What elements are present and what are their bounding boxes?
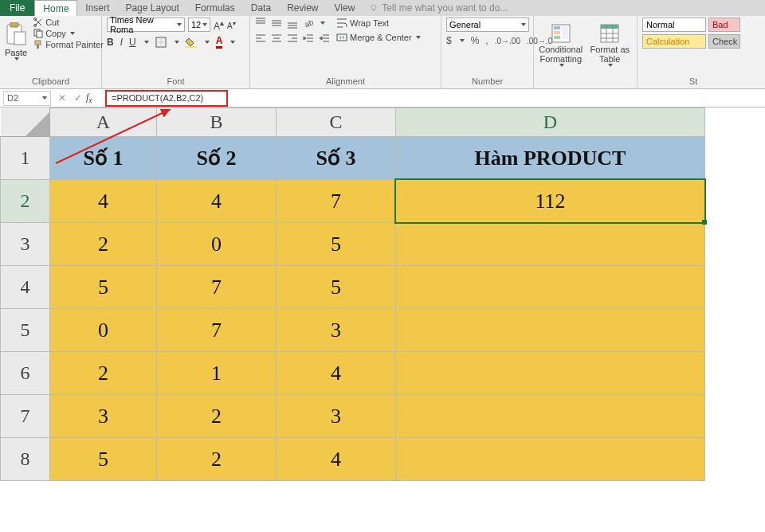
row-header-7[interactable]: 7 [1,395,50,438]
number-format-select[interactable]: General [446,18,529,32]
cell-A1[interactable]: Số 1 [50,137,157,180]
name-box[interactable]: D2 [3,91,51,106]
cell-B6[interactable]: 1 [157,352,277,395]
row-header-1[interactable]: 1 [1,137,50,180]
font-name-select[interactable]: Times New Roma [107,18,185,32]
style-check[interactable]: Check [708,34,740,49]
row-header-8[interactable]: 8 [1,438,50,481]
cell-B5[interactable]: 7 [157,309,277,352]
col-header-A[interactable]: A [50,108,157,137]
align-right-button[interactable] [287,33,298,45]
fx-icon[interactable]: fx [86,92,100,104]
cell-A2[interactable]: 4 [50,180,157,223]
font-color-button[interactable]: A [216,35,223,49]
cancel-formula-button[interactable]: ✕ [54,92,70,104]
paste-label: Paste [5,48,27,57]
cell-D3[interactable] [396,223,705,266]
cell-C7[interactable]: 3 [277,395,396,438]
row-header-3[interactable]: 3 [1,223,50,266]
cell-D7[interactable] [396,395,705,438]
tab-home[interactable]: Home [34,0,77,16]
increase-indent-button[interactable] [319,33,330,45]
cell-A5[interactable]: 0 [50,309,157,352]
tab-page-layout[interactable]: Page Layout [117,0,186,16]
style-bad[interactable]: Bad [708,18,740,32]
col-header-C[interactable]: C [277,108,396,137]
paste-button[interactable]: Paste [5,18,27,65]
comma-button[interactable]: , [485,35,488,46]
cut-label: Cut [45,18,59,27]
align-center-button[interactable] [271,33,282,45]
merge-center-button[interactable]: Merge & Center [335,32,422,43]
cell-A8[interactable]: 5 [50,438,157,481]
fill-color-button[interactable] [186,37,197,48]
currency-button[interactable]: $ [446,35,452,46]
tab-view[interactable]: View [327,0,363,16]
align-top-button[interactable] [255,18,266,29]
italic-button[interactable]: I [120,37,123,48]
row-header-6[interactable]: 6 [1,352,50,395]
row-header-5[interactable]: 5 [1,309,50,352]
increase-font-button[interactable]: A▴ [214,18,224,32]
percent-button[interactable]: % [471,35,480,46]
cell-C5[interactable]: 3 [277,309,396,352]
borders-button[interactable] [155,37,167,48]
tab-data[interactable]: Data [243,0,279,16]
cell-D6[interactable] [396,352,705,395]
cell-C4[interactable]: 5 [277,266,396,309]
underline-button[interactable]: U [129,37,136,48]
wrap-text-button[interactable]: Wrap Text [335,18,422,29]
tell-me-search[interactable]: Tell me what you want to do... [369,0,508,16]
cell-A6[interactable]: 2 [50,352,157,395]
enter-formula-button[interactable]: ✓ [70,92,86,104]
tab-formulas[interactable]: Formulas [187,0,243,16]
style-normal[interactable]: Normal [642,18,706,32]
formula-input[interactable]: =PRODUCT(A2,B2,C2) [105,90,228,107]
tab-review[interactable]: Review [279,0,326,16]
decrease-font-button[interactable]: A▾ [227,19,236,30]
group-number: General $ % , .0→.00 .00→.0 Number [441,16,534,88]
cell-D1[interactable]: Hàm PRODUCT [396,137,705,180]
cell-A3[interactable]: 2 [50,223,157,266]
scissors-icon [33,18,43,27]
increase-decimal-button[interactable]: .0→.00 [495,37,520,45]
cut-button[interactable]: Cut [32,18,105,27]
cell-C2[interactable]: 7 [277,180,396,223]
align-middle-button[interactable] [271,18,282,29]
row-header-4[interactable]: 4 [1,266,50,309]
cell-A4[interactable]: 5 [50,266,157,309]
format-painter-button[interactable]: Format Painter [32,40,105,49]
cell-D8[interactable] [396,438,705,481]
cell-C3[interactable]: 5 [277,223,396,266]
cell-B4[interactable]: 7 [157,266,277,309]
cell-B8[interactable]: 2 [157,438,277,481]
cell-D5[interactable] [396,309,705,352]
bold-button[interactable]: B [107,37,114,48]
cell-D4[interactable] [396,266,705,309]
align-left-button[interactable] [255,33,266,45]
tab-insert[interactable]: Insert [77,0,117,16]
align-bottom-button[interactable] [287,18,298,29]
cell-C1[interactable]: Số 3 [277,137,396,180]
cell-B1[interactable]: Số 2 [157,137,277,180]
decrease-indent-button[interactable] [303,33,314,45]
sheet-grid[interactable]: ABCD1Số 1Số 2Số 3Hàm PRODUCT244711232054… [0,108,705,481]
file-tab[interactable]: File [0,0,34,16]
cell-C6[interactable]: 4 [277,352,396,395]
col-header-B[interactable]: B [157,108,277,137]
copy-button[interactable]: Copy [32,29,105,38]
conditional-formatting-button[interactable]: Conditional Formatting [539,18,583,67]
format-as-table-button[interactable]: Format as Table [588,18,633,67]
cell-A7[interactable]: 3 [50,395,157,438]
row-header-2[interactable]: 2 [1,180,50,223]
cell-B3[interactable]: 0 [157,223,277,266]
cell-D2[interactable]: 112 [396,180,705,223]
orientation-button[interactable]: ab [303,18,314,29]
cell-C8[interactable]: 4 [277,438,396,481]
col-header-D[interactable]: D [396,108,705,137]
cell-value: 1 [211,362,222,385]
font-size-select[interactable]: 12 [188,18,210,32]
cell-B7[interactable]: 2 [157,395,277,438]
cell-B2[interactable]: 4 [157,180,277,223]
style-calculation[interactable]: Calculation [642,34,706,49]
